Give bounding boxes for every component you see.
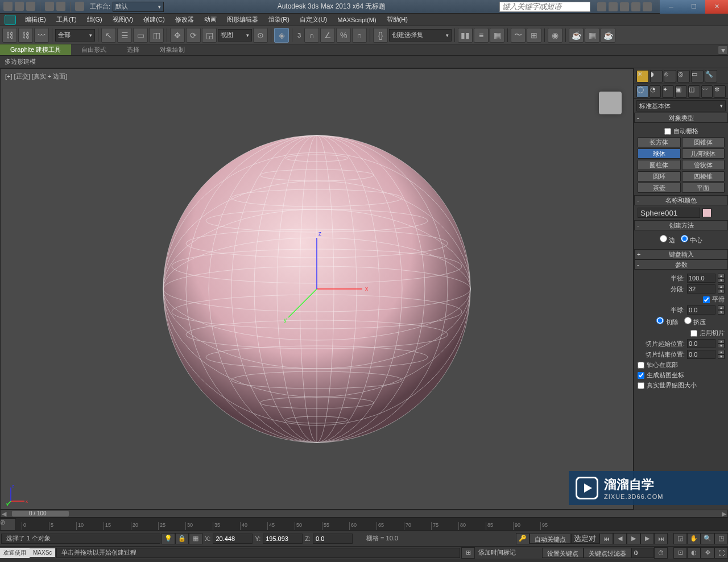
window-maximize-button[interactable]: ☐	[682, 0, 705, 14]
select-by-name-button[interactable]: ☰	[117, 28, 132, 43]
undo-icon[interactable]	[45, 2, 54, 11]
subcategory-dropdown[interactable]: 标准基本体	[636, 100, 726, 111]
slice-to-spinner[interactable]: ▲▼	[718, 350, 725, 359]
window-minimize-button[interactable]: ─	[660, 0, 682, 14]
viewport-nav-2[interactable]: ✋	[687, 533, 701, 544]
manipulate-button[interactable]: ◈	[274, 28, 289, 43]
rotate-button[interactable]: ⟳	[186, 28, 201, 43]
goto-end-button[interactable]: ⏭	[654, 533, 668, 544]
cat-systems-icon[interactable]: ✲	[714, 85, 726, 98]
window-close-button[interactable]: ✕	[705, 0, 728, 14]
coord-x-input[interactable]	[213, 534, 253, 544]
angle-snap-button[interactable]: ∠	[320, 28, 335, 43]
viewport-nav-7[interactable]: ✥	[701, 547, 714, 559]
base-pivot-checkbox[interactable]	[638, 362, 644, 369]
object-name-input[interactable]	[638, 208, 700, 218]
real-world-checkbox[interactable]	[638, 382, 644, 389]
favorite-icon[interactable]	[631, 2, 640, 11]
setkey-button[interactable]: 设置关键点	[542, 548, 584, 558]
next-frame-button[interactable]: ▶	[640, 533, 654, 544]
curve-editor-button[interactable]: 〜	[511, 28, 526, 43]
info-icon[interactable]	[643, 2, 652, 11]
menu-create[interactable]: 创建(C)	[139, 14, 169, 25]
creation-edge-radio[interactable]: 边	[660, 235, 675, 245]
app-menu-icon[interactable]	[5, 15, 16, 25]
creation-center-radio[interactable]: 中心	[681, 235, 702, 245]
rollout-name-color[interactable]: -名称和颜色	[634, 195, 728, 205]
menu-edit[interactable]: 编辑(E)	[20, 14, 51, 25]
menu-group[interactable]: 组(G)	[82, 14, 107, 25]
selection-filter-dropdown[interactable]: 全部	[55, 29, 95, 42]
menu-graph[interactable]: 图形编辑器	[222, 14, 263, 25]
named-selset-dropdown[interactable]: 创建选择集	[389, 29, 452, 42]
slice-from-input[interactable]	[687, 339, 715, 348]
current-frame-input[interactable]	[631, 548, 654, 558]
link-button[interactable]: ⛓	[2, 28, 17, 43]
key-mode-icon[interactable]: 🔑	[516, 533, 530, 544]
cat-spacewarps-icon[interactable]: 〰	[701, 85, 713, 98]
viewport-nav-3[interactable]: 🔍	[701, 533, 714, 544]
menu-render[interactable]: 渲染(R)	[264, 14, 294, 25]
prim-pyramid-button[interactable]: 四棱锥	[682, 171, 725, 181]
rollout-parameters[interactable]: -参数	[634, 259, 728, 270]
menu-maxscript[interactable]: MAXScript(M)	[333, 15, 380, 24]
slice-on-checkbox[interactable]	[690, 330, 697, 337]
viewport-nav-8[interactable]: ⛶	[714, 547, 728, 559]
cat-cameras-icon[interactable]: ▣	[675, 85, 687, 98]
cat-helpers-icon[interactable]: ◫	[688, 85, 700, 98]
ribbon-tab-objpaint[interactable]: 对象绘制	[150, 44, 195, 55]
lock-selection-icon[interactable]: 💡	[162, 533, 175, 544]
ribbon-tab-select[interactable]: 选择	[117, 44, 150, 55]
layer-button[interactable]: ▦	[490, 28, 504, 43]
workspace-dropdown[interactable]: 默认	[113, 2, 164, 12]
redo-icon[interactable]	[56, 2, 65, 11]
time-slider-scrollbar[interactable]: ◀ 0 / 100 ▶	[0, 510, 728, 518]
prim-torus-button[interactable]: 圆环	[638, 171, 681, 181]
ribbon-tab-graphite[interactable]: Graphite 建模工具	[0, 44, 71, 55]
ref-coord-dropdown[interactable]: 视图	[218, 29, 252, 42]
maxscript-label[interactable]: MAXSc	[30, 548, 55, 557]
render-setup-button[interactable]: ☕	[569, 28, 584, 43]
scale-button[interactable]: ◲	[202, 28, 217, 43]
align-button[interactable]: ≡	[474, 28, 489, 43]
percent-snap-button[interactable]: %	[336, 28, 351, 43]
open-icon[interactable]	[15, 2, 24, 11]
mode-modify-icon[interactable]: ◗	[650, 70, 663, 82]
snap-button[interactable]: ∩	[304, 28, 319, 43]
menu-help[interactable]: 帮助(H)	[382, 14, 412, 25]
prim-box-button[interactable]: 长方体	[638, 137, 681, 147]
selected-dropdown[interactable]	[571, 534, 599, 544]
abs-rel-icon[interactable]: ▦	[189, 533, 202, 544]
mode-display-icon[interactable]: ▭	[691, 70, 704, 82]
named-selset-button[interactable]: {}	[373, 28, 388, 43]
move-button[interactable]: ✥	[170, 28, 185, 43]
save-icon[interactable]	[26, 2, 35, 11]
play-button[interactable]: ▶	[627, 533, 640, 544]
ribbon-polymodel-label[interactable]: 多边形建模	[5, 57, 36, 66]
time-ruler[interactable]: ⎚ 05101520253035404550556065707580859095	[0, 518, 728, 530]
prim-sphere-button[interactable]: 球体	[638, 148, 681, 159]
help-search-input[interactable]	[499, 2, 590, 12]
mode-create-icon[interactable]: ☀	[636, 70, 649, 82]
viewport-nav-1[interactable]: ◲	[673, 533, 687, 544]
material-editor-button[interactable]: ◉	[548, 28, 562, 43]
community-icon[interactable]	[620, 2, 629, 11]
menu-animation[interactable]: 动画	[200, 14, 221, 25]
cat-shapes-icon[interactable]: ◔	[650, 85, 661, 98]
add-time-tag[interactable]: 添加时间标记	[475, 548, 519, 557]
link-icon[interactable]	[75, 2, 84, 11]
cat-geometry-icon[interactable]: ◯	[636, 85, 648, 98]
prim-plane-button[interactable]: 平面	[682, 183, 725, 193]
segments-spinner[interactable]: ▲▼	[718, 284, 725, 294]
render-button[interactable]: ☕	[601, 28, 615, 43]
goto-start-button[interactable]: ⏮	[599, 533, 613, 544]
time-config-icon[interactable]: ⏱	[654, 547, 668, 559]
coord-y-input[interactable]	[263, 534, 303, 544]
time-config-button[interactable]: ⎚	[0, 518, 16, 531]
hemisphere-spinner[interactable]: ▲▼	[718, 305, 725, 315]
menu-modifiers[interactable]: 修改器	[171, 14, 198, 25]
chop-radio[interactable]: 切除	[656, 317, 678, 327]
squash-radio[interactable]: 挤压	[684, 317, 706, 327]
new-icon[interactable]	[3, 2, 13, 11]
viewport-nav-6[interactable]: ◐	[687, 547, 701, 559]
